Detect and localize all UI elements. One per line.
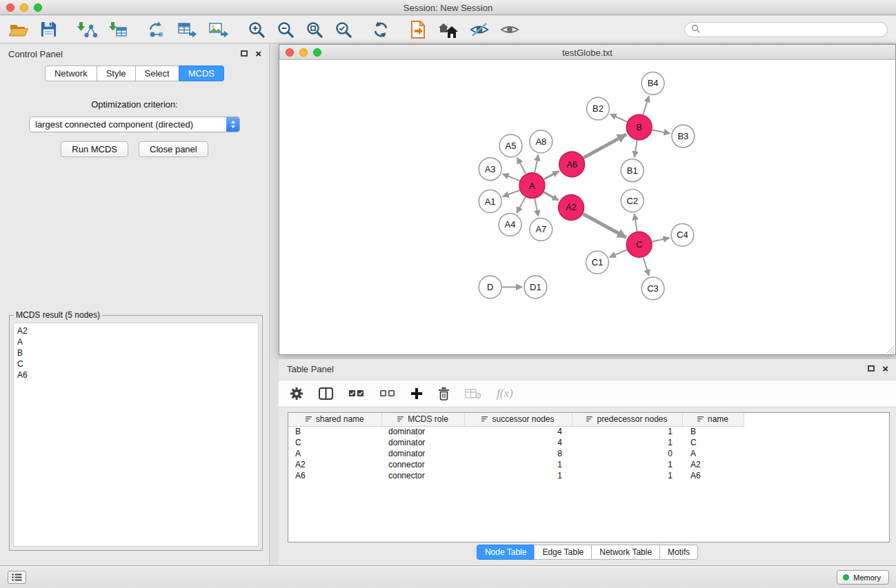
graph-edge-C-C2[interactable] — [635, 214, 637, 231]
graph-edge-B-B1[interactable] — [635, 141, 637, 157]
graph-edge-C-C4[interactable] — [653, 238, 670, 242]
graph-edge-C-C3[interactable] — [643, 257, 648, 276]
graph-node-A2[interactable]: A2 — [559, 195, 584, 221]
graph-node-A7[interactable]: A7 — [530, 218, 552, 241]
mcds-result-item[interactable]: A2 — [17, 325, 255, 336]
run-mcds-button[interactable]: Run MCDS — [61, 141, 128, 157]
zoom-in-icon[interactable] — [248, 21, 266, 39]
export-image-icon[interactable] — [208, 21, 228, 39]
tab-edge-table[interactable]: Edge Table — [534, 545, 592, 560]
graph-edge-A-A6[interactable] — [544, 171, 559, 179]
table-row[interactable]: Adominator80A — [288, 448, 744, 459]
graph-edge-B-B4[interactable] — [643, 96, 648, 114]
graph-node-A3[interactable]: A3 — [479, 158, 501, 181]
columns-icon[interactable] — [319, 387, 333, 400]
table-row[interactable]: Cdominator41C — [288, 437, 744, 448]
table-cell[interactable]: 1 — [572, 437, 682, 448]
graph-edge-A-A3[interactable] — [503, 174, 520, 181]
zoom-selected-icon[interactable] — [335, 21, 352, 39]
graph-node-B4[interactable]: B4 — [641, 72, 664, 94]
table-cell[interactable]: dominator — [381, 437, 464, 448]
column-header-name[interactable]: name — [682, 413, 744, 426]
graph-edge-A-A7[interactable] — [535, 199, 538, 216]
column-header-shared-name[interactable]: shared name — [288, 413, 381, 426]
graph-node-B2[interactable]: B2 — [587, 97, 610, 120]
table-cell[interactable]: B — [682, 426, 744, 437]
delete-table-icon[interactable] — [465, 388, 481, 399]
tab-node-table[interactable]: Node Table — [477, 545, 535, 560]
network-from-url-icon[interactable] — [147, 21, 166, 39]
table-cell[interactable]: 1 — [572, 426, 682, 437]
mcds-result-item[interactable]: A6 — [17, 369, 255, 381]
table-cell[interactable]: 4 — [464, 426, 572, 437]
import-table-file-icon[interactable] — [108, 21, 128, 39]
graph-edge-A-A1[interactable] — [503, 190, 519, 196]
open-folder-icon[interactable] — [8, 21, 29, 38]
table-cell[interactable]: 0 — [572, 448, 682, 459]
graph-edge-A-A5[interactable] — [517, 158, 526, 174]
home-icon[interactable] — [438, 21, 459, 39]
graph-node-D[interactable]: D — [479, 276, 501, 298]
table-cell[interactable]: A2 — [288, 459, 381, 470]
table-cell[interactable]: 8 — [464, 448, 572, 459]
select-all-icon[interactable] — [348, 389, 364, 398]
graph-node-D1[interactable]: D1 — [524, 276, 547, 298]
open-session-icon[interactable] — [409, 20, 427, 39]
gear-icon[interactable] — [290, 387, 303, 401]
mcds-result-item[interactable]: B — [17, 347, 255, 358]
table-cell[interactable]: connector — [381, 459, 464, 470]
column-header-predecessor-nodes[interactable]: predecessor nodes — [572, 413, 682, 426]
criterion-dropdown[interactable]: largest connected component (directed) — [29, 116, 240, 132]
close-table-panel-icon[interactable]: × — [882, 365, 888, 372]
table-cell[interactable]: 4 — [464, 437, 572, 448]
table-from-url-icon[interactable] — [177, 21, 197, 39]
graph-node-C3[interactable]: C3 — [641, 277, 664, 300]
table-cell[interactable]: A — [682, 448, 744, 459]
graph-edge-A-A2[interactable] — [544, 192, 558, 201]
table-cell[interactable]: 1 — [572, 459, 682, 470]
deselect-all-icon[interactable] — [379, 389, 395, 398]
table-row[interactable]: A6connector11A6 — [288, 470, 744, 481]
tab-style[interactable]: Style — [97, 65, 136, 81]
tab-network[interactable]: Network — [45, 65, 97, 81]
tab-mcds[interactable]: MCDS — [179, 65, 224, 81]
table-cell[interactable]: connector — [381, 470, 464, 481]
show-hide-eye-icon[interactable] — [500, 22, 519, 37]
table-row[interactable]: A2connector11A2 — [288, 459, 744, 470]
tab-select[interactable]: Select — [135, 65, 179, 81]
graph-node-C1[interactable]: C1 — [586, 251, 609, 274]
column-header-MCDS-role[interactable]: MCDS role — [381, 413, 464, 426]
network-graph[interactable]: B4B2BB3A5A8A6A3B1AA1C2A2A4A7C4CC1C3DD1 — [279, 61, 895, 354]
table-cell[interactable]: dominator — [381, 426, 464, 437]
table-row[interactable]: Bdominator41B — [288, 426, 744, 437]
delete-column-icon[interactable] — [438, 387, 450, 401]
mcds-result-item[interactable]: A — [17, 336, 255, 347]
graph-edge-B-B3[interactable] — [653, 130, 670, 133]
table-cell[interactable]: A6 — [288, 470, 381, 481]
zoom-fit-icon[interactable] — [306, 21, 323, 39]
graph-node-B[interactable]: B — [626, 114, 652, 140]
refresh-icon[interactable] — [372, 21, 390, 39]
graph-node-A[interactable]: A — [519, 173, 545, 199]
table-cell[interactable]: C — [682, 437, 744, 448]
table-cell[interactable]: 1 — [464, 470, 572, 481]
resize-grip-icon[interactable] — [886, 345, 895, 354]
column-header-successor-nodes[interactable]: successor nodes — [464, 413, 572, 426]
tab-network-table[interactable]: Network Table — [591, 545, 660, 560]
function-builder-icon[interactable]: f(x) — [497, 387, 513, 401]
graph-edge-A-A8[interactable] — [535, 154, 538, 172]
float-panel-icon[interactable] — [241, 50, 248, 57]
graph-node-A4[interactable]: A4 — [499, 213, 521, 236]
close-panel-icon[interactable]: × — [255, 50, 261, 57]
mcds-result-list[interactable]: A2ABCA6 — [13, 323, 259, 547]
graph-node-A8[interactable]: A8 — [530, 130, 552, 153]
graphics-details-icon[interactable] — [470, 21, 489, 38]
tab-motifs[interactable]: Motifs — [659, 545, 698, 560]
graph-edge-A2-C[interactable] — [583, 214, 626, 237]
table-cell[interactable]: 1 — [464, 459, 572, 470]
graph-node-C4[interactable]: C4 — [671, 223, 694, 246]
close-panel-button[interactable]: Close panel — [139, 141, 208, 157]
table-cell[interactable]: A — [288, 448, 381, 459]
graph-edge-B-B2[interactable] — [610, 114, 627, 122]
table-cell[interactable]: A2 — [682, 459, 744, 470]
